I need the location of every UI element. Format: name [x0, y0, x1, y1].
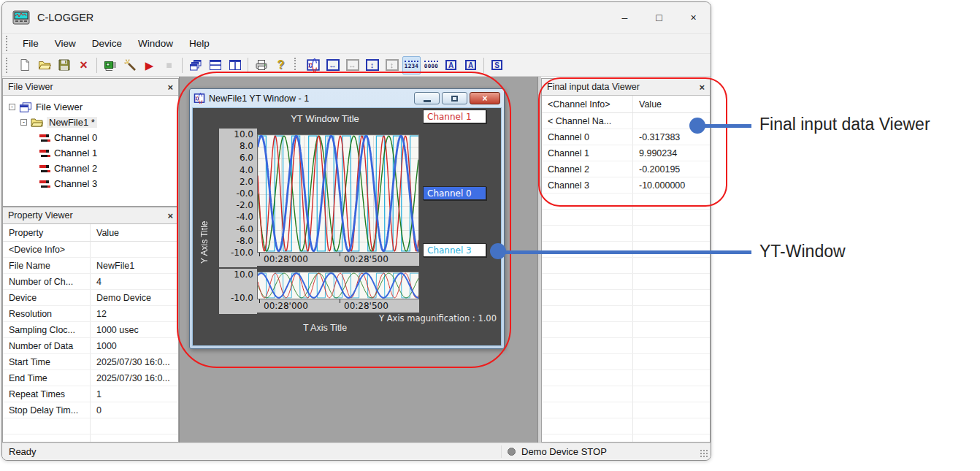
alarm-window-b-icon: A	[465, 60, 476, 70]
device-setup-button[interactable]	[101, 56, 119, 74]
compress-time-axis-button[interactable]: ↔	[343, 56, 361, 74]
tree-item-channel-0[interactable]: Channel 0	[3, 130, 178, 145]
yt-window-titlebar[interactable]: NewFile1 YT Window - 1 ×	[190, 89, 504, 107]
table-row[interactable]	[542, 306, 710, 322]
start-measurement-icon: ▶	[145, 60, 154, 71]
tree-item-channel-1[interactable]: Channel 1	[3, 145, 178, 161]
yt-maximize-button[interactable]	[442, 92, 467, 104]
menu-item-help[interactable]: Help	[181, 38, 218, 49]
menu-item-file[interactable]: File	[15, 38, 47, 49]
expand-y-axis-button[interactable]: ↕	[363, 56, 381, 74]
table-row[interactable]	[542, 354, 710, 370]
delete-button[interactable]: ×	[74, 56, 93, 74]
yt-minimize-button[interactable]	[414, 92, 440, 104]
table-row[interactable]: Number of Ch...4	[3, 274, 178, 290]
table-cell	[633, 370, 710, 386]
table-row[interactable]: Start Time2025/07/30 16:0...	[3, 354, 178, 370]
cascade-windows-button[interactable]	[186, 56, 204, 74]
help-button[interactable]: ?	[272, 56, 290, 74]
start-measurement-button[interactable]: ▶	[140, 56, 158, 74]
table-row[interactable]: Channel 0-0.317383	[542, 129, 710, 145]
resize-grip[interactable]	[700, 450, 708, 458]
menu-gripper[interactable]	[6, 36, 10, 51]
table-row[interactable]	[3, 418, 178, 434]
table-row[interactable]: File NameNewFile1	[3, 258, 178, 274]
tile-vertical-button[interactable]	[226, 56, 244, 74]
table-row[interactable]	[542, 370, 710, 386]
table-row[interactable]	[542, 386, 710, 402]
table-row[interactable]: Channel 3-10.000000	[542, 177, 710, 194]
table-row[interactable]	[542, 338, 710, 354]
digital-display-0000-icon: 0000	[424, 61, 438, 69]
table-row[interactable]	[542, 210, 710, 226]
channel-label-box-channel-3[interactable]: Channel 3	[423, 243, 486, 257]
setup-wizard-button[interactable]	[120, 56, 139, 74]
maximize-button[interactable]: □	[642, 2, 676, 33]
channel-icon	[39, 164, 50, 172]
table-row[interactable]: <Device Info>	[3, 242, 178, 258]
table-row[interactable]: Stop Delay Tim...0	[3, 402, 178, 418]
digital-display-0000-button[interactable]: 0000	[422, 56, 440, 74]
channel-label-box-channel-1[interactable]: Channel 1	[423, 110, 486, 123]
main-plot[interactable]	[257, 134, 419, 253]
table-row[interactable]	[542, 242, 710, 258]
print-button[interactable]	[252, 56, 270, 74]
table-row[interactable]	[542, 226, 710, 242]
channel-label-box-channel-0[interactable]: Channel 0	[423, 186, 486, 200]
yt-close-button[interactable]: ×	[470, 92, 500, 104]
table-row[interactable]	[542, 322, 710, 338]
property-viewer-panel: Property Viewer × PropertyValue<Device I…	[2, 207, 179, 443]
toolbar-gripper[interactable]	[6, 58, 10, 73]
table-row[interactable]	[542, 434, 710, 442]
digital-display-1234-button[interactable]: 1234	[402, 56, 421, 74]
tree-label: NewFile1 *	[47, 117, 97, 128]
table-row[interactable]: < Channel Na...	[542, 113, 710, 129]
minimize-button[interactable]: –	[608, 2, 642, 33]
alarm-window-a-button[interactable]: A	[442, 56, 460, 74]
toolbar-gripper[interactable]	[294, 58, 299, 73]
table-row[interactable]: Channel 19.990234	[542, 145, 710, 161]
table-row[interactable]	[542, 258, 710, 274]
save-file-button[interactable]	[55, 56, 73, 74]
menu-item-window[interactable]: Window	[130, 38, 181, 49]
table-row[interactable]	[542, 194, 710, 210]
table-row[interactable]	[542, 402, 710, 418]
open-file-button[interactable]	[35, 56, 53, 74]
close-button[interactable]: ×	[676, 2, 711, 33]
table-cell	[633, 306, 710, 321]
table-cell: Start Time	[3, 354, 91, 369]
table-row[interactable]: Repeat Times1	[3, 386, 178, 402]
tree-item-channel-2[interactable]: Channel 2	[3, 161, 178, 176]
yt-window[interactable]: NewFile1 YT Window - 1 × YT Window Title…	[189, 88, 505, 349]
table-row[interactable]	[3, 434, 178, 442]
collapse-icon[interactable]: -	[9, 104, 15, 110]
table-row[interactable]	[542, 418, 710, 434]
tree-item-channel-3[interactable]: Channel 3	[3, 176, 178, 191]
table-row[interactable]: Sampling Cloc...1000 usec	[3, 322, 178, 338]
tile-horizontal-button[interactable]	[206, 56, 224, 74]
new-file-button[interactable]	[15, 56, 34, 74]
alarm-window-b-button[interactable]: A	[462, 56, 480, 74]
tree-item-newfile1[interactable]: - NewFile1 *	[3, 115, 178, 130]
close-panel-icon[interactable]: ×	[699, 83, 705, 92]
table-row[interactable]: Number of Data1000	[3, 338, 178, 354]
setting-window-button[interactable]: S	[488, 56, 506, 74]
table-row[interactable]	[542, 290, 710, 306]
yt-window-button[interactable]	[304, 56, 322, 74]
table-row[interactable]: Channel 2-0.200195	[542, 161, 710, 177]
series-channel-1	[258, 273, 418, 298]
expand-time-axis-button[interactable]: ↔	[324, 56, 342, 74]
tree-item-file-viewer[interactable]: - File Viewer	[3, 99, 178, 115]
close-panel-icon[interactable]: ×	[167, 83, 173, 92]
overview-plot[interactable]	[257, 272, 419, 299]
compress-y-axis-button[interactable]: ↕	[383, 56, 401, 74]
collapse-icon[interactable]: -	[20, 119, 27, 126]
table-row[interactable]: DeviceDemo Device	[3, 290, 178, 306]
menu-item-view[interactable]: View	[47, 38, 84, 49]
table-row[interactable]: Resolution12	[3, 306, 178, 322]
table-row[interactable]	[542, 274, 710, 290]
close-panel-icon[interactable]: ×	[167, 211, 173, 221]
menu-item-device[interactable]: Device	[84, 38, 130, 49]
stop-measurement-button[interactable]: ■	[160, 56, 178, 74]
table-row[interactable]: End Time2025/07/30 16:0...	[3, 370, 178, 386]
